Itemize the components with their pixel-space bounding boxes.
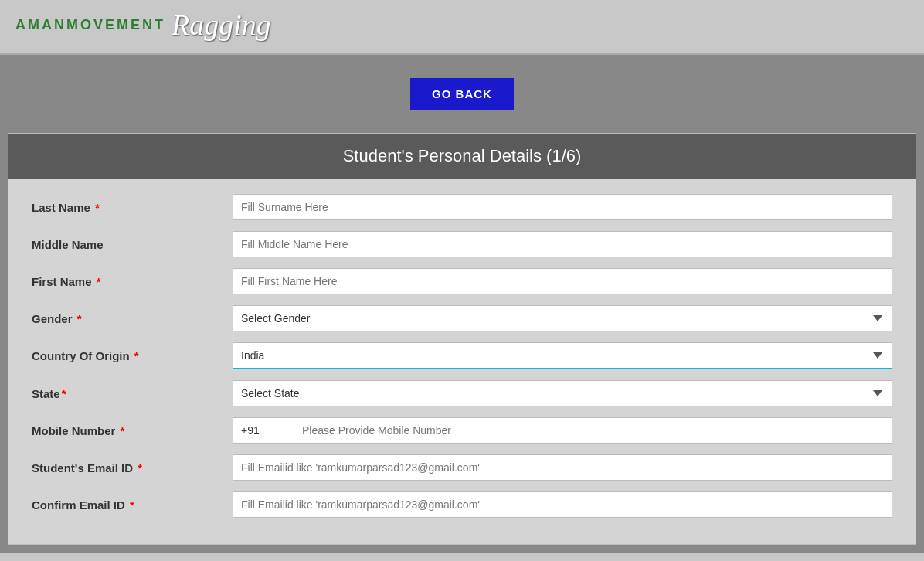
email-row: Student's Email ID *	[32, 454, 892, 481]
gender-required: *	[74, 312, 82, 325]
first-name-label: First Name *	[32, 275, 233, 288]
first-name-input[interactable]	[233, 268, 892, 294]
last-name-required: *	[92, 201, 100, 214]
country-select[interactable]: India Other	[233, 342, 892, 369]
middle-name-input[interactable]	[233, 231, 892, 257]
confirm-email-label: Confirm Email ID *	[32, 498, 233, 512]
middle-name-row: Middle Name	[32, 231, 892, 257]
mobile-number-input[interactable]	[294, 417, 892, 444]
first-name-row: First Name *	[32, 268, 892, 294]
state-label: State*	[32, 387, 233, 400]
email-input[interactable]	[233, 454, 892, 481]
country-row: Country Of Origin * India Other	[32, 342, 892, 369]
form-body: Last Name * Middle Name First Name * Gen…	[8, 178, 916, 544]
gender-select[interactable]: Select Gender Male Female Other	[233, 305, 892, 332]
mobile-required: *	[117, 424, 124, 437]
country-label: Country Of Origin *	[32, 349, 233, 362]
state-row: State* Select State	[32, 380, 892, 406]
mobile-label: Mobile Number *	[32, 424, 233, 437]
country-required: *	[131, 349, 139, 362]
header: AMANMOVEMENT Ragging	[0, 0, 924, 55]
form-title: Student's Personal Details (1/6)	[8, 134, 916, 178]
gender-row: Gender * Select Gender Male Female Other	[32, 305, 892, 332]
gender-label: Gender *	[32, 312, 233, 325]
last-name-label: Last Name *	[32, 201, 233, 214]
state-select[interactable]: Select State	[233, 380, 892, 406]
brand-text: AMANMOVEMENT	[15, 17, 165, 33]
mobile-prefix-input[interactable]	[233, 417, 294, 444]
email-required: *	[134, 461, 142, 474]
mobile-row: Mobile Number *	[32, 417, 892, 444]
footer-nav: < Back Next >	[0, 552, 924, 561]
confirm-email-input[interactable]	[233, 491, 892, 518]
state-required: *	[62, 387, 66, 400]
cursive-title: Ragging	[172, 8, 271, 42]
confirm-email-required: *	[127, 498, 134, 512]
last-name-input[interactable]	[233, 194, 892, 220]
last-name-row: Last Name *	[32, 194, 892, 220]
go-back-section: GO BACK	[0, 55, 924, 133]
first-name-required: *	[93, 275, 101, 288]
mobile-input-group	[233, 417, 892, 444]
confirm-email-row: Confirm Email ID *	[32, 491, 892, 518]
form-container: Student's Personal Details (1/6) Last Na…	[8, 133, 916, 545]
go-back-button[interactable]: GO BACK	[410, 78, 514, 110]
middle-name-label: Middle Name	[32, 238, 233, 251]
email-label: Student's Email ID *	[32, 461, 233, 474]
